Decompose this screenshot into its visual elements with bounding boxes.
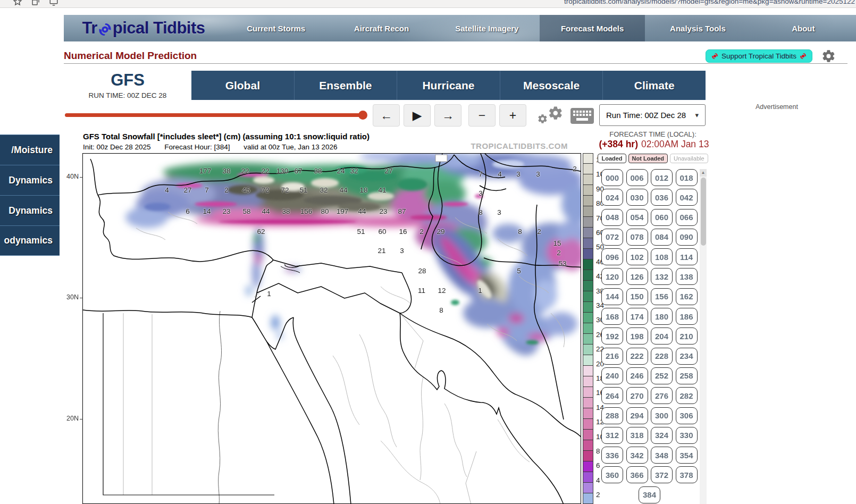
forecast-hour-slider[interactable] <box>65 113 363 117</box>
fhr-button-198[interactable]: 198 <box>626 327 648 345</box>
fhr-button-054[interactable]: 054 <box>626 209 648 226</box>
fhr-button-180[interactable]: 180 <box>651 308 673 325</box>
fhr-button-336[interactable]: 336 <box>601 447 623 464</box>
fhr-button-126[interactable]: 126 <box>626 268 648 285</box>
fhr-button-366[interactable]: 366 <box>626 466 648 483</box>
fhr-button-330[interactable]: 330 <box>676 427 698 444</box>
step-forward-button[interactable]: → <box>434 104 461 127</box>
tab-hurricane[interactable]: Hurricane <box>397 71 500 100</box>
fhr-button-006[interactable]: 006 <box>626 169 648 186</box>
fhr-button-090[interactable]: 090 <box>676 229 698 246</box>
fhr-button-294[interactable]: 294 <box>626 407 648 424</box>
fhr-button-228[interactable]: 228 <box>651 348 673 365</box>
fhr-button-078[interactable]: 078 <box>626 229 648 246</box>
legend-not-loaded[interactable]: Not Loaded <box>628 154 668 163</box>
fhr-button-000[interactable]: 000 <box>601 169 623 186</box>
site-logo[interactable]: Tr pical Tidbits <box>64 19 223 38</box>
monitor-icon[interactable] <box>49 0 58 6</box>
scrollbar-thumb[interactable] <box>701 178 706 246</box>
fhr-button-246[interactable]: 246 <box>626 367 648 384</box>
bookmark-star-icon[interactable] <box>13 0 22 6</box>
fhr-button-318[interactable]: 318 <box>626 427 648 444</box>
nav-item-forecast-models[interactable]: Forecast Models <box>540 15 645 41</box>
fhr-button-174[interactable]: 174 <box>626 308 648 325</box>
fhr-button-204[interactable]: 204 <box>651 327 673 345</box>
fhr-button-264[interactable]: 264 <box>601 387 623 404</box>
fhr-button-114[interactable]: 114 <box>676 248 698 265</box>
fhr-button-300[interactable]: 300 <box>651 407 673 424</box>
fhr-button-018[interactable]: 018 <box>676 169 698 186</box>
tab-climate[interactable]: Climate <box>602 71 706 100</box>
fhr-button-102[interactable]: 102 <box>626 248 648 265</box>
fhr-button-234[interactable]: 234 <box>676 348 698 365</box>
sidebar-item-dynamics[interactable]: Dynamics <box>0 195 60 225</box>
fhr-button-378[interactable]: 378 <box>676 466 698 483</box>
tab-mesoscale[interactable]: Mesoscale <box>500 71 603 100</box>
fhr-button-240[interactable]: 240 <box>601 367 623 384</box>
fhr-button-072[interactable]: 072 <box>601 229 623 246</box>
fhr-button-030[interactable]: 030 <box>626 189 648 206</box>
fhr-button-372[interactable]: 372 <box>651 466 673 483</box>
address-url[interactable]: tropicaltidbits.com/analysis/models/?mod… <box>564 0 855 5</box>
tab-ensemble[interactable]: Ensemble <box>294 71 397 100</box>
fhr-button-096[interactable]: 096 <box>601 248 623 265</box>
run-time-select[interactable]: Run Time: 00Z Dec 28 ▾ <box>599 104 706 126</box>
fhr-button-252[interactable]: 252 <box>651 367 673 384</box>
share-icon[interactable] <box>31 0 40 6</box>
fhr-button-222[interactable]: 222 <box>626 348 648 365</box>
fhr-button-132[interactable]: 132 <box>651 268 673 285</box>
sidebar-item-moisture[interactable]: /Moisture <box>0 135 60 165</box>
fhr-button-276[interactable]: 276 <box>651 387 673 404</box>
fhr-button-258[interactable]: 258 <box>676 367 698 384</box>
fhr-button-312[interactable]: 312 <box>601 427 623 444</box>
nav-item-current-storms[interactable]: Current Storms <box>223 15 329 41</box>
legend-unavailable[interactable]: Unavailable <box>670 154 708 163</box>
fhr-button-282[interactable]: 282 <box>676 387 698 404</box>
scroll-up-arrow[interactable]: ▲ <box>700 169 707 177</box>
fhr-button-012[interactable]: 012 <box>651 169 673 186</box>
fhr-button-270[interactable]: 270 <box>626 387 648 404</box>
nav-item-analysis-tools[interactable]: Analysis Tools <box>645 15 750 41</box>
fhr-button-084[interactable]: 084 <box>651 229 673 246</box>
fhr-button-384[interactable]: 384 <box>639 486 660 503</box>
fhr-button-120[interactable]: 120 <box>601 268 623 285</box>
sidebar-item-dynamics[interactable]: Dynamics <box>0 165 60 195</box>
fhr-button-348[interactable]: 348 <box>651 447 673 464</box>
nav-item-aircraft-recon[interactable]: Aircraft Recon <box>329 15 434 41</box>
hours-scrollbar[interactable]: ▲ <box>700 169 707 504</box>
animation-settings-gears-icon[interactable] <box>537 104 566 128</box>
nav-item-satellite-imagery[interactable]: Satellite Imagery <box>434 15 540 41</box>
fhr-button-306[interactable]: 306 <box>676 407 698 424</box>
fhr-button-210[interactable]: 210 <box>676 327 698 345</box>
fhr-button-108[interactable]: 108 <box>651 248 673 265</box>
tab-global[interactable]: Global <box>191 71 294 100</box>
fhr-button-066[interactable]: 066 <box>676 209 698 226</box>
step-back-button[interactable]: ← <box>373 104 400 127</box>
fhr-button-042[interactable]: 042 <box>676 189 698 206</box>
slider-knob[interactable] <box>358 111 367 120</box>
nav-item-about[interactable]: About <box>751 15 856 41</box>
fhr-button-156[interactable]: 156 <box>651 288 673 305</box>
map-inset-box[interactable] <box>435 155 447 162</box>
legend-loaded[interactable]: Loaded <box>598 154 626 163</box>
speed-up-button[interactable]: + <box>499 104 526 127</box>
fhr-button-360[interactable]: 360 <box>601 466 623 483</box>
play-button[interactable]: ▶ <box>404 104 431 127</box>
fhr-button-150[interactable]: 150 <box>626 288 648 305</box>
fhr-button-354[interactable]: 354 <box>676 447 698 464</box>
fhr-button-168[interactable]: 168 <box>601 308 623 325</box>
fhr-button-342[interactable]: 342 <box>626 447 648 464</box>
fhr-button-138[interactable]: 138 <box>676 268 698 285</box>
fhr-button-036[interactable]: 036 <box>651 189 673 206</box>
fhr-button-192[interactable]: 192 <box>601 327 623 345</box>
settings-gear-icon[interactable] <box>821 49 836 63</box>
fhr-button-324[interactable]: 324 <box>651 427 673 444</box>
fhr-button-162[interactable]: 162 <box>676 288 698 305</box>
fhr-button-048[interactable]: 048 <box>601 209 623 226</box>
keyboard-shortcuts-icon[interactable] <box>570 107 594 124</box>
speed-down-button[interactable]: − <box>468 104 496 127</box>
fhr-button-144[interactable]: 144 <box>601 288 623 305</box>
fhr-button-186[interactable]: 186 <box>676 308 698 325</box>
sidebar-item-odynamics[interactable]: odynamics <box>0 225 60 256</box>
fhr-button-024[interactable]: 024 <box>601 189 623 206</box>
